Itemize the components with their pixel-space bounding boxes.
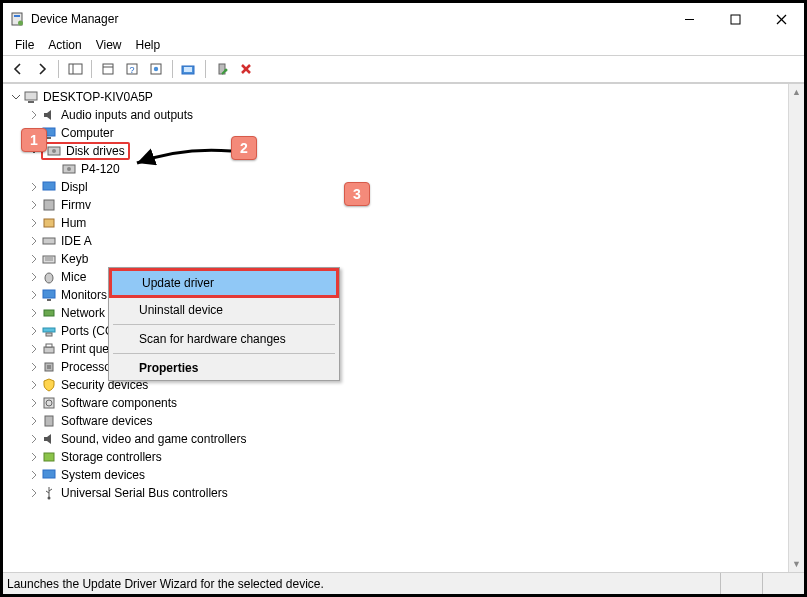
tree-category-usb[interactable]: Universal Serial Bus controllers: [9, 484, 804, 502]
expand-arrow-icon[interactable]: [27, 396, 41, 410]
scroll-down-button[interactable]: ▼: [789, 556, 804, 572]
svg-point-14: [154, 67, 158, 71]
device-label: P4-120: [81, 162, 120, 176]
context-menu-uninstall[interactable]: Uninstall device: [109, 298, 339, 322]
toolbar: ?: [3, 55, 804, 83]
menu-help[interactable]: Help: [136, 38, 161, 52]
vertical-scrollbar[interactable]: ▲ ▼: [788, 84, 804, 572]
svg-rect-42: [44, 347, 54, 353]
svg-rect-1: [14, 15, 20, 17]
tree-category-display[interactable]: Displ: [9, 178, 804, 196]
properties-button[interactable]: [97, 58, 119, 80]
svg-rect-48: [45, 416, 53, 426]
expand-arrow-icon[interactable]: [27, 288, 41, 302]
svg-rect-7: [69, 64, 82, 74]
category-label: Software devices: [61, 414, 152, 428]
category-label: Audio inputs and outputs: [61, 108, 193, 122]
expand-arrow-icon[interactable]: [27, 306, 41, 320]
toolbar-separator: [172, 60, 173, 78]
tree-category-audio[interactable]: Audio inputs and outputs: [9, 106, 804, 124]
action-button[interactable]: [145, 58, 167, 80]
tree-category-computer[interactable]: Computer: [9, 124, 804, 142]
software-icon: [41, 395, 57, 411]
annotation-callout-1: 1: [21, 128, 47, 152]
back-button[interactable]: [7, 58, 29, 80]
expand-arrow-icon[interactable]: [27, 432, 41, 446]
tree-category-storage[interactable]: Storage controllers: [9, 448, 804, 466]
expand-arrow-icon[interactable]: [27, 270, 41, 284]
expand-arrow-icon[interactable]: [27, 378, 41, 392]
toolbar-separator: [91, 60, 92, 78]
close-button[interactable]: [758, 3, 804, 35]
svg-point-51: [48, 497, 51, 500]
svg-rect-40: [43, 328, 55, 332]
computer-icon: [23, 89, 39, 105]
context-menu-update[interactable]: Update driver: [112, 271, 336, 295]
expand-arrow-icon[interactable]: [9, 90, 23, 104]
tree-category-sound[interactable]: Sound, video and game controllers: [9, 430, 804, 448]
forward-button[interactable]: [31, 58, 53, 80]
expand-arrow-icon[interactable]: [27, 198, 41, 212]
app-icon: [9, 11, 25, 27]
expand-arrow-icon[interactable]: [27, 216, 41, 230]
help-button[interactable]: ?: [121, 58, 143, 80]
tree-category-softdev[interactable]: Software devices: [9, 412, 804, 430]
scroll-up-button[interactable]: ▲: [789, 84, 804, 100]
tree-category-firmware[interactable]: Firmv: [9, 196, 804, 214]
svg-rect-16: [184, 67, 192, 72]
context-menu-scan[interactable]: Scan for hardware changes: [109, 327, 339, 351]
svg-point-28: [67, 167, 71, 171]
expand-arrow-icon[interactable]: [27, 450, 41, 464]
expand-arrow-icon[interactable]: [27, 180, 41, 194]
chip-icon: [41, 197, 57, 213]
svg-rect-30: [44, 200, 54, 210]
minimize-button[interactable]: [666, 3, 712, 35]
context-menu-properties[interactable]: Properties: [109, 356, 339, 380]
printer-icon: [41, 341, 57, 357]
update-driver-button[interactable]: [211, 58, 233, 80]
tree-category-ide[interactable]: IDE A: [9, 232, 804, 250]
annotation-callout-3: 3: [344, 182, 370, 206]
menu-separator: [113, 353, 335, 354]
menu-file[interactable]: File: [15, 38, 34, 52]
system-icon: [41, 467, 57, 483]
expand-arrow-icon[interactable]: [27, 468, 41, 482]
menubar: File Action View Help: [3, 35, 804, 55]
scan-hardware-button[interactable]: [178, 58, 200, 80]
category-label: System devices: [61, 468, 145, 482]
ide-icon: [41, 233, 57, 249]
tree-root[interactable]: DESKTOP-KIV0A5P: [9, 88, 804, 106]
expand-arrow-icon[interactable]: [27, 324, 41, 338]
tree-device-p4-120[interactable]: P4-120: [9, 160, 804, 178]
uninstall-button[interactable]: [235, 58, 257, 80]
annotation-arrow-icon: [131, 147, 239, 171]
svg-rect-32: [43, 238, 55, 244]
expand-arrow-icon[interactable]: [27, 342, 41, 356]
maximize-button[interactable]: [712, 3, 758, 35]
svg-rect-45: [47, 365, 51, 369]
expand-arrow-icon[interactable]: [27, 234, 41, 248]
expand-arrow-icon[interactable]: [27, 252, 41, 266]
tree-category-keyboards[interactable]: Keyb: [9, 250, 804, 268]
storage-icon: [41, 449, 57, 465]
disk-icon: [61, 161, 77, 177]
sound-icon: [41, 431, 57, 447]
tree-category-system[interactable]: System devices: [9, 466, 804, 484]
toolbar-separator: [58, 60, 59, 78]
category-label: Hum: [61, 216, 86, 230]
menu-action[interactable]: Action: [48, 38, 81, 52]
annotation-callout-2: 2: [231, 136, 257, 160]
svg-rect-4: [731, 15, 740, 24]
svg-rect-21: [25, 92, 37, 100]
expand-arrow-icon[interactable]: [27, 108, 41, 122]
expand-arrow-icon[interactable]: [27, 414, 41, 428]
show-hide-tree-button[interactable]: [64, 58, 86, 80]
category-label: Computer: [61, 126, 114, 140]
expand-arrow-icon[interactable]: [27, 486, 41, 500]
tree-category-disk[interactable]: Disk drives: [9, 142, 804, 160]
expand-arrow-icon[interactable]: [27, 360, 41, 374]
menu-view[interactable]: View: [96, 38, 122, 52]
tree-category-softcomp[interactable]: Software components: [9, 394, 804, 412]
svg-text:?: ?: [129, 65, 134, 75]
tree-category-hid[interactable]: Hum: [9, 214, 804, 232]
